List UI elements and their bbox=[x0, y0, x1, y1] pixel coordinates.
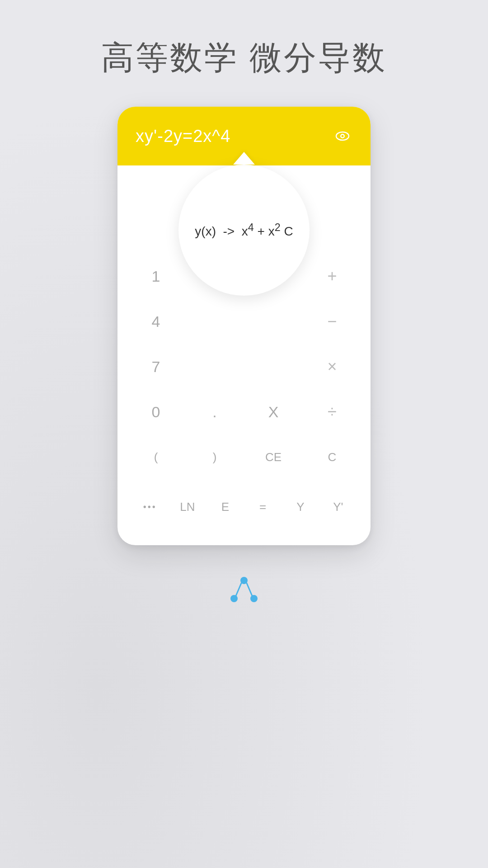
key-e[interactable]: E bbox=[206, 486, 244, 527]
svg-point-5 bbox=[250, 595, 258, 602]
svg-point-4 bbox=[230, 595, 238, 602]
result-bubble-container: y(x) -> x4 + x2 C bbox=[178, 152, 310, 296]
key-minus[interactable]: − bbox=[307, 301, 357, 342]
key-row-4: 0 . X ÷ bbox=[131, 392, 357, 432]
key-y-prime[interactable]: Y' bbox=[319, 486, 357, 527]
key-row-3: 7 × bbox=[131, 346, 357, 387]
key-close-paren[interactable]: ) bbox=[190, 437, 239, 477]
svg-line-7 bbox=[247, 583, 252, 596]
key-ce[interactable]: CE bbox=[249, 437, 298, 477]
bubble-arrow bbox=[233, 152, 255, 165]
key-plus[interactable]: + bbox=[307, 256, 357, 297]
page-title: 高等数学 微分导数 bbox=[101, 36, 387, 80]
key-equals[interactable]: = bbox=[244, 486, 282, 527]
key-dot[interactable]: . bbox=[190, 392, 239, 432]
key-c[interactable]: C bbox=[307, 437, 357, 477]
key-ln[interactable]: LN bbox=[169, 486, 206, 527]
key-row-5: ( ) CE C bbox=[131, 437, 357, 477]
result-bubble: y(x) -> x4 + x2 C bbox=[178, 165, 310, 296]
key-x[interactable]: X bbox=[249, 392, 298, 432]
key-row-special: ••• LN E = Y Y' bbox=[131, 486, 357, 527]
calculator-card: xy'-2y=2x^4 y(x) -> x4 + x2 C 1 2 3 + bbox=[117, 107, 371, 545]
key-divide[interactable]: ÷ bbox=[307, 392, 357, 432]
key-multiply[interactable]: × bbox=[307, 346, 357, 387]
key-y[interactable]: Y bbox=[282, 486, 319, 527]
key-4[interactable]: 4 bbox=[131, 301, 181, 342]
key-open-paren[interactable]: ( bbox=[131, 437, 181, 477]
eye-icon[interactable] bbox=[333, 126, 352, 146]
key-dots[interactable]: ••• bbox=[131, 486, 169, 527]
tree-structure-icon[interactable] bbox=[226, 572, 262, 610]
key-1[interactable]: 1 bbox=[131, 256, 181, 297]
key-0[interactable]: 0 bbox=[131, 392, 181, 432]
key-7[interactable]: 7 bbox=[131, 346, 181, 387]
formula-display: xy'-2y=2x^4 bbox=[136, 127, 230, 146]
result-text: y(x) -> x4 + x2 C bbox=[195, 220, 293, 241]
svg-point-2 bbox=[342, 135, 344, 137]
bottom-nav bbox=[226, 572, 262, 610]
key-row-2: 4 − bbox=[131, 301, 357, 342]
svg-line-6 bbox=[236, 583, 241, 596]
